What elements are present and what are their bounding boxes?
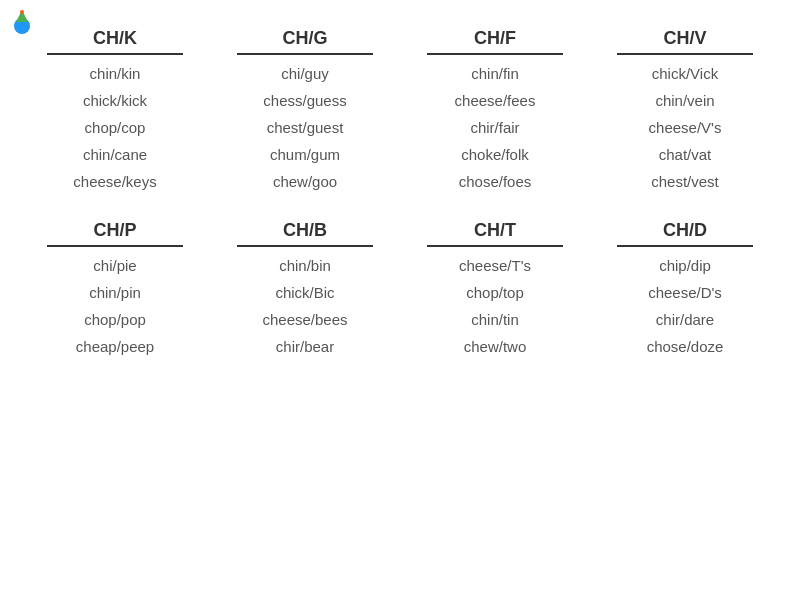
col-divider — [237, 53, 373, 55]
col-item: chose/foes — [459, 173, 532, 190]
col-item: choke/folk — [461, 146, 529, 163]
col-header-CH-T: CH/T — [474, 220, 516, 241]
col-item: cheese/T's — [459, 257, 531, 274]
column-CH-G: CH/Gchi/guychess/guesschest/guestchum/gu… — [210, 28, 400, 200]
col-item: chew/goo — [273, 173, 337, 190]
col-header-CH-V: CH/V — [663, 28, 706, 49]
col-item: chum/gum — [270, 146, 340, 163]
section-1: CH/Kchin/kinchick/kickchop/copchin/canec… — [0, 28, 800, 200]
col-item: chat/vat — [659, 146, 712, 163]
col-item: chew/two — [464, 338, 527, 355]
column-CH-D: CH/Dchip/dipcheese/D'schir/darechose/doz… — [590, 220, 780, 365]
col-item: cheese/V's — [649, 119, 722, 136]
col-item: chir/fair — [470, 119, 519, 136]
column-CH-V: CH/Vchick/Vickchin/veincheese/V'schat/va… — [590, 28, 780, 200]
col-item: chick/Bic — [275, 284, 334, 301]
col-item: chin/bin — [279, 257, 331, 274]
col-item: chin/tin — [471, 311, 519, 328]
col-header-CH-B: CH/B — [283, 220, 327, 241]
col-divider — [237, 245, 373, 247]
column-CH-B: CH/Bchin/binchick/Biccheese/beeschir/bea… — [210, 220, 400, 365]
col-item: chest/vest — [651, 173, 719, 190]
col-item: chir/bear — [276, 338, 334, 355]
col-divider — [47, 53, 183, 55]
col-divider — [427, 245, 563, 247]
logo-icon — [8, 8, 36, 36]
column-CH-F: CH/Fchin/fincheese/feeschir/fairchoke/fo… — [400, 28, 590, 200]
col-item: chose/doze — [647, 338, 724, 355]
col-item: chin/kin — [90, 65, 141, 82]
page-title — [0, 0, 800, 28]
col-item: chin/vein — [655, 92, 714, 109]
col-item: chin/pin — [89, 284, 141, 301]
col-header-CH-P: CH/P — [93, 220, 136, 241]
col-header-CH-G: CH/G — [283, 28, 328, 49]
col-header-CH-D: CH/D — [663, 220, 707, 241]
section-gap — [0, 200, 800, 220]
col-item: chip/dip — [659, 257, 711, 274]
col-item: chi/guy — [281, 65, 329, 82]
col-divider — [427, 53, 563, 55]
col-item: chop/cop — [85, 119, 146, 136]
col-item: chick/kick — [83, 92, 147, 109]
col-item: cheese/bees — [262, 311, 347, 328]
col-item: chop/pop — [84, 311, 146, 328]
col-item: chi/pie — [93, 257, 136, 274]
col-item: chin/fin — [471, 65, 519, 82]
col-item: chest/guest — [267, 119, 344, 136]
column-CH-K: CH/Kchin/kinchick/kickchop/copchin/canec… — [20, 28, 210, 200]
col-header-CH-F: CH/F — [474, 28, 516, 49]
svg-point-2 — [20, 10, 24, 14]
column-CH-P: CH/Pchi/piechin/pinchop/popcheap/peep — [20, 220, 210, 365]
section-2: CH/Pchi/piechin/pinchop/popcheap/peepCH/… — [0, 220, 800, 365]
col-item: cheap/peep — [76, 338, 154, 355]
col-divider — [47, 245, 183, 247]
col-item: chin/cane — [83, 146, 147, 163]
col-item: chop/top — [466, 284, 524, 301]
col-divider — [617, 53, 753, 55]
col-item: chick/Vick — [652, 65, 718, 82]
col-item: chess/guess — [263, 92, 346, 109]
col-item: chir/dare — [656, 311, 714, 328]
col-item: cheese/keys — [73, 173, 156, 190]
col-item: cheese/fees — [455, 92, 536, 109]
col-header-CH-K: CH/K — [93, 28, 137, 49]
col-divider — [617, 245, 753, 247]
column-CH-T: CH/Tcheese/T'schop/topchin/tinchew/two — [400, 220, 590, 365]
col-item: cheese/D's — [648, 284, 722, 301]
site-logo[interactable] — [8, 8, 40, 36]
